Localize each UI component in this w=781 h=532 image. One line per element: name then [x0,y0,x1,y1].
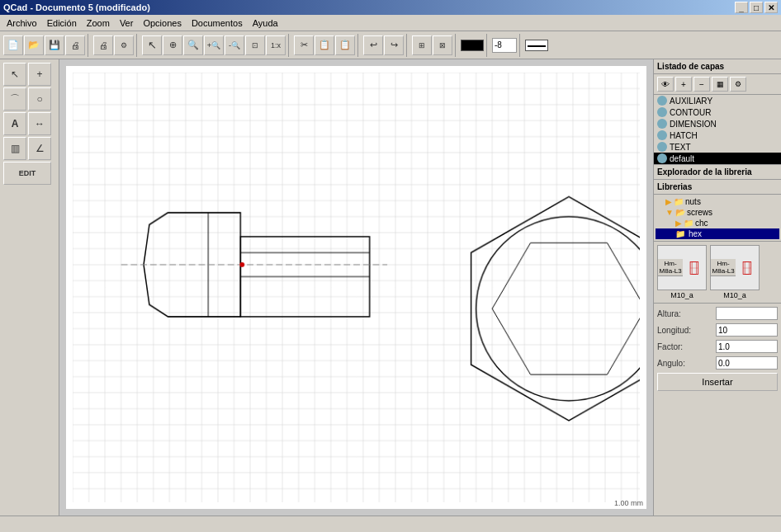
layer-remove-btn[interactable]: − [693,77,710,92]
library-tree: ▶ 📁 nuts ▼ 📂 screws ▶ 📁 chc 📁 hex [654,195,781,241]
statusbar [0,516,781,532]
close-button[interactable]: ✕ [764,2,778,13]
cut-button[interactable]: ✂ [294,35,314,55]
layer-add-btn[interactable]: + [675,77,692,92]
zoom-fit-button[interactable]: ⊡ [245,35,265,55]
menu-opciones[interactable]: Opciones [138,16,186,30]
maximize-button[interactable]: □ [750,2,763,13]
layer-name-text: TEXT [670,143,778,152]
tree-nuts[interactable]: ▶ 📁 nuts [656,196,779,207]
grid-button[interactable]: ⊞ [412,35,432,55]
thumb-1[interactable]: Hm-M8a-L3 M10_a [657,245,707,299]
layer-auxiliary[interactable]: AUXILIARY [654,95,781,106]
line-width-input[interactable] [492,38,517,53]
print-button[interactable]: 🖨 [65,35,85,55]
thumb-2[interactable]: Hm-M8a-L3 M10_a [710,245,760,299]
form-row-altura: Altura: [657,307,778,320]
factor-label: Factor: [657,342,683,351]
zoom-in-button[interactable]: +🔍 [204,35,224,55]
layer-name-default: default [670,154,778,163]
dimension-tool[interactable]: ↔ [28,112,51,135]
zoom-label-button[interactable]: 1:x [266,35,286,55]
tree-chc-label: chc [695,219,708,228]
layer-list: AUXILIARY CONTOUR DIMENSION HATCH TEXT d… [654,95,781,164]
insert-button[interactable]: Insertar [657,373,778,391]
layer-name-contour: CONTOUR [670,108,778,117]
zoom-win-button[interactable]: 🔍 [183,35,203,55]
folder-icon-screws: ▼ [665,208,674,217]
layer-dimension[interactable]: DIMENSION [654,118,781,129]
sep7 [486,34,490,57]
layer-name-auxiliary: AUXILIARY [670,97,778,106]
thumb-label-1: M10_a [670,291,693,299]
copy-button[interactable]: 📋 [315,35,334,55]
settings-button[interactable]: ⚙ [114,35,134,55]
layer-text[interactable]: TEXT [654,141,781,153]
pointer-tool[interactable]: ↖ [3,63,26,86]
angulo-label: Angulo: [657,359,685,368]
edit-tool[interactable]: EDIT [3,162,51,185]
sep8 [519,34,523,57]
menu-archivo[interactable]: Archivo [2,16,42,30]
tree-chc[interactable]: ▶ 📁 chc [656,218,779,228]
thumb-label-2: M10_a [723,291,746,299]
zoom-out-button[interactable]: -🔍 [225,35,244,55]
print2-button[interactable]: 🖨 [93,35,113,55]
layers-toolbar: 👁 + − ▦ ⚙ [654,74,781,95]
tree-screws[interactable]: ▼ 📂 screws [656,207,779,218]
menu-ayuda[interactable]: Ayuda [248,16,283,30]
open-button[interactable]: 📂 [24,35,44,55]
text-tool[interactable]: A [3,112,26,135]
altura-label: Altura: [657,309,681,318]
undo-button[interactable]: ↩ [363,35,383,55]
color-selector[interactable] [461,40,484,51]
thumb-box-2[interactable]: Hm-M8a-L3 [710,245,760,290]
toolbar: 📄 📂 💾 🖨 🖨 ⚙ ↖ ⊕ 🔍 +🔍 -🔍 ⊡ 1:x ✂ 📋 📋 ↩ ↪ … [0,31,781,59]
factor-input[interactable] [716,340,778,353]
longitud-input[interactable] [716,323,778,337]
layer-hatch[interactable]: HATCH [654,129,781,141]
sep5 [406,34,409,57]
pointer-button[interactable]: ↖ [142,35,162,55]
paste-button[interactable]: 📋 [335,35,355,55]
layer-settings-btn[interactable]: ⚙ [730,77,746,92]
line-style-selector[interactable] [525,40,548,51]
tree-hex[interactable]: 📁 hex [656,228,779,239]
altura-input[interactable] [716,307,778,320]
sep6 [455,34,458,57]
layer-grid-btn[interactable]: ▦ [712,77,728,92]
menu-zoom[interactable]: Zoom [82,16,115,30]
thumb-svg-2 [736,252,759,285]
layer-default[interactable]: default [654,153,781,164]
save-button[interactable]: 💾 [45,35,64,55]
menubar: Archivo Edición Zoom Ver Opciones Docume… [0,15,781,31]
arc-tool[interactable]: ⌒ [3,87,26,111]
layer-contour[interactable]: CONTOUR [654,106,781,118]
form-row-factor: Factor: [657,340,778,353]
thumb-header-2: Hm-M8a-L3 [711,259,736,276]
circle-tool[interactable]: ○ [28,87,51,111]
select-button[interactable]: ⊕ [163,35,182,55]
layer-eye-contour [657,107,667,117]
redo-button[interactable]: ↪ [384,35,404,55]
new-button[interactable]: 📄 [3,35,23,55]
canvas-area[interactable]: 1.00 mm [59,59,653,516]
snap-button[interactable]: ⊠ [433,35,452,55]
angulo-input[interactable] [716,356,778,370]
angle-tool[interactable]: ∠ [28,137,51,160]
folder-icon-hex: 📁 [675,229,685,238]
thumb-box-1[interactable]: Hm-M8a-L3 [657,245,707,290]
menu-documentos[interactable]: Documentos [187,16,248,30]
minimize-button[interactable]: _ [735,2,748,13]
layer-eye-dimension [657,119,667,129]
layer-visibility-btn[interactable]: 👁 [657,77,674,92]
thumbnail-area: Hm-M8a-L3 M10_a Hm-M8a-L3 [654,241,781,303]
menu-ver[interactable]: Ver [115,16,139,30]
cross-tool[interactable]: + [28,63,51,86]
lt-row-1: ↖ + [3,63,55,86]
main-area: ↖ + ⌒ ○ A ↔ ▥ ∠ EDIT 1.00 mm Listado de … [0,59,781,516]
hatch-tool[interactable]: ▥ [3,137,26,160]
lt-row-2: ⌒ ○ [3,87,55,111]
menu-edicion[interactable]: Edición [42,16,82,30]
drawing-canvas[interactable] [73,73,640,502]
